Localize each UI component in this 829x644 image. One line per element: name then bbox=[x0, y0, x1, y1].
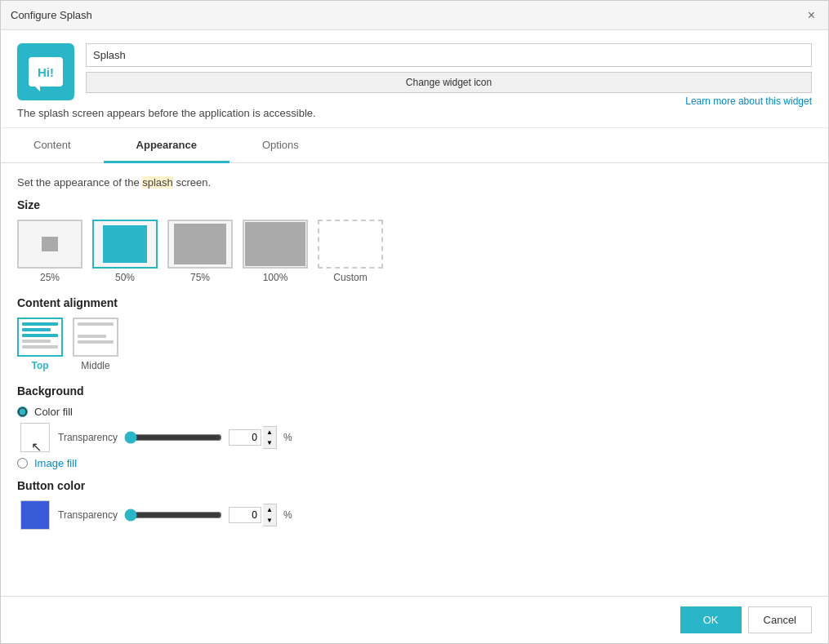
cancel-button[interactable]: Cancel bbox=[748, 606, 812, 633]
learn-more-link[interactable]: Learn more about this widget bbox=[685, 95, 812, 107]
size-box-50[interactable] bbox=[92, 220, 158, 269]
color-fill-label[interactable]: Color fill bbox=[34, 406, 73, 418]
hi-text: Hi! bbox=[38, 65, 54, 79]
transparency-row-bg: Transparency ▲ ▼ % bbox=[58, 426, 292, 449]
size-box-custom[interactable] bbox=[318, 220, 383, 269]
transparency-stepper-bg: ▲ ▼ bbox=[263, 426, 277, 449]
transparency-row-btn: Transparency ▲ ▼ % bbox=[58, 504, 292, 526]
transparency-label-bg: Transparency bbox=[58, 432, 118, 443]
ok-button[interactable]: OK bbox=[680, 606, 742, 633]
size-label-25: 25% bbox=[40, 272, 60, 283]
color-fill-radio-row: Color fill bbox=[17, 406, 812, 418]
size-preview-100 bbox=[245, 222, 305, 266]
tab-content[interactable]: Content bbox=[1, 129, 104, 163]
size-box-25[interactable] bbox=[17, 220, 82, 269]
cursor-icon: ↖ bbox=[31, 439, 42, 455]
transparency-slider-bg[interactable] bbox=[124, 431, 222, 444]
splash-description: The splash screen appears before the app… bbox=[17, 107, 812, 119]
align-line-3 bbox=[22, 334, 58, 337]
transparency-label-btn: Transparency bbox=[58, 509, 118, 521]
color-swatch-bg[interactable]: ↖ bbox=[20, 423, 50, 452]
titlebar: Configure Splash × bbox=[1, 1, 828, 30]
transparency-input-wrap-bg: ▲ ▼ bbox=[229, 426, 277, 449]
color-swatch-button[interactable] bbox=[20, 500, 50, 530]
transparency-input-wrap-btn: ▲ ▼ bbox=[229, 504, 277, 526]
image-fill-label[interactable]: Image fill bbox=[34, 457, 77, 469]
header-top: Hi! Change widget icon bbox=[17, 43, 812, 100]
size-label-100: 100% bbox=[263, 272, 288, 283]
size-section-title: Size bbox=[17, 198, 812, 211]
align-box-middle[interactable] bbox=[73, 318, 118, 357]
color-fill-radio[interactable] bbox=[17, 406, 28, 417]
button-color-row: Transparency ▲ ▼ % bbox=[20, 500, 812, 530]
widget-name-input[interactable] bbox=[86, 43, 812, 67]
size-option-100[interactable]: 100% bbox=[243, 220, 308, 283]
size-label-75: 75% bbox=[190, 272, 210, 283]
size-label-50: 50% bbox=[115, 272, 135, 283]
align-option-middle[interactable]: Middle bbox=[73, 318, 118, 371]
background-section: Color fill ↖ Transparency ▲ ▼ bbox=[17, 406, 812, 469]
widget-icon: Hi! bbox=[17, 43, 74, 100]
tab-appearance[interactable]: Appearance bbox=[104, 129, 230, 163]
image-fill-radio-row: Image fill bbox=[17, 457, 812, 469]
align-box-top[interactable] bbox=[17, 318, 63, 357]
transparency-value-input-btn[interactable] bbox=[229, 507, 261, 523]
align-middle-line-3 bbox=[78, 340, 114, 344]
tab-options[interactable]: Options bbox=[230, 129, 332, 163]
dialog-footer: OK Cancel bbox=[1, 596, 828, 643]
transparency-value-input-bg[interactable] bbox=[229, 429, 261, 446]
transparency-stepper-btn: ▲ ▼ bbox=[263, 504, 277, 526]
align-line-4 bbox=[22, 340, 51, 343]
pct-label-bg: % bbox=[283, 432, 292, 443]
align-line-5 bbox=[22, 345, 58, 349]
transparency-step-up-btn[interactable]: ▲ bbox=[263, 504, 276, 515]
align-option-top[interactable]: Top bbox=[17, 318, 63, 371]
transparency-step-down-btn[interactable]: ▼ bbox=[263, 515, 276, 526]
tabs-bar: Content Appearance Options bbox=[1, 128, 828, 163]
size-preview-75 bbox=[174, 224, 226, 264]
transparency-step-down-bg[interactable]: ▼ bbox=[263, 437, 276, 448]
align-label-middle: Middle bbox=[81, 360, 109, 371]
align-middle-line-1 bbox=[78, 322, 114, 326]
size-option-75[interactable]: 75% bbox=[167, 220, 233, 283]
align-label-top: Top bbox=[31, 360, 48, 371]
align-line-2 bbox=[22, 328, 51, 331]
align-middle-line-2 bbox=[78, 335, 106, 338]
size-box-75[interactable] bbox=[167, 220, 233, 269]
appearance-content: Set the appearance of the splash screen.… bbox=[1, 163, 828, 596]
size-label-custom: Custom bbox=[333, 272, 367, 283]
alignment-section-title: Content alignment bbox=[17, 296, 812, 309]
size-preview-25 bbox=[42, 237, 58, 251]
size-option-custom[interactable]: Custom bbox=[318, 220, 383, 283]
align-line-1 bbox=[22, 322, 58, 326]
close-button[interactable]: × bbox=[804, 7, 818, 24]
appearance-intro: Set the appearance of the splash screen. bbox=[17, 176, 812, 189]
speech-bubble-icon: Hi! bbox=[29, 57, 63, 87]
alignment-options: Top Middle bbox=[17, 318, 812, 371]
dialog-header: Hi! Change widget icon Learn more about … bbox=[1, 30, 828, 128]
change-icon-button[interactable]: Change widget icon bbox=[86, 72, 812, 93]
color-fill-row: ↖ Transparency ▲ ▼ % bbox=[20, 423, 812, 452]
size-option-25[interactable]: 25% bbox=[17, 220, 82, 283]
size-box-100[interactable] bbox=[243, 220, 308, 269]
transparency-step-up-bg[interactable]: ▲ bbox=[263, 427, 276, 437]
dialog-title: Configure Splash bbox=[11, 9, 92, 21]
size-options: 25% 50% 75% 100% bbox=[17, 220, 812, 283]
header-right: Change widget icon bbox=[86, 43, 812, 93]
configure-splash-dialog: Configure Splash × Hi! Change widget ico… bbox=[0, 0, 829, 644]
transparency-slider-btn[interactable] bbox=[124, 509, 222, 522]
button-color-section-title: Button color bbox=[17, 479, 812, 492]
size-preview-50 bbox=[103, 225, 147, 263]
background-section-title: Background bbox=[17, 384, 812, 398]
pct-label-btn: % bbox=[283, 509, 292, 521]
image-fill-radio[interactable] bbox=[17, 458, 28, 469]
size-option-50[interactable]: 50% bbox=[92, 220, 158, 283]
